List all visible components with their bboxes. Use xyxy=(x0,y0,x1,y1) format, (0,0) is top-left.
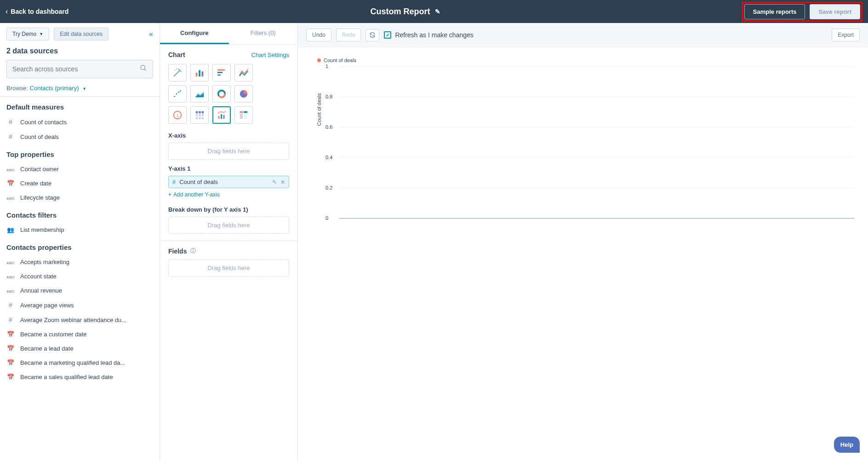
redo-button[interactable]: Redo xyxy=(336,29,361,41)
collapse-panel-icon[interactable]: « xyxy=(149,30,153,38)
field-accepts-marketing[interactable]: Accepts marketing xyxy=(0,255,160,269)
add-y-axis-label: Add another Y-axis xyxy=(173,191,220,198)
try-demo-button[interactable]: Try Demo ▼ xyxy=(6,28,49,40)
date-icon xyxy=(6,331,15,338)
field-became-mql-date[interactable]: Became a marketing qualified lead da... xyxy=(0,356,160,370)
number-icon: # xyxy=(172,179,176,185)
y-axis-title: Count of deals xyxy=(316,93,322,126)
y-tick: 0 xyxy=(326,215,328,221)
field-average-page-views[interactable]: Average page views xyxy=(0,298,160,312)
add-y-axis-link[interactable]: + Add another Y-axis xyxy=(168,191,220,198)
refresh-button[interactable] xyxy=(365,29,379,41)
svg-rect-32 xyxy=(240,111,243,113)
field-average-zoom-attendance[interactable]: Average Zoom webinar attendance du... xyxy=(0,312,160,327)
field-count-of-deals[interactable]: Count of deals xyxy=(0,129,160,144)
svg-rect-26 xyxy=(196,117,198,120)
tab-filters[interactable]: Filters (0) xyxy=(229,23,298,44)
field-label: Average Zoom webinar attendance du... xyxy=(20,317,126,323)
field-annual-revenue[interactable]: Annual revenue xyxy=(0,283,160,298)
chart-type-bar[interactable] xyxy=(190,64,209,81)
svg-rect-25 xyxy=(202,114,204,116)
chart-type-pie[interactable] xyxy=(234,85,253,103)
field-became-customer-date[interactable]: Became a customer date xyxy=(0,327,160,341)
number-icon xyxy=(6,316,15,323)
y-axis-chip-label: Count of deals xyxy=(179,179,268,185)
y-tick: 0.6 xyxy=(326,124,332,130)
x-axis-dropzone[interactable]: Drag fields here xyxy=(168,143,289,160)
info-icon[interactable]: ⓘ xyxy=(190,247,196,255)
svg-rect-8 xyxy=(217,72,223,73)
field-list-membership[interactable]: List membership xyxy=(0,223,160,237)
sample-reports-button[interactable]: Sample reports xyxy=(744,4,805,19)
field-label: Count of contacts xyxy=(20,119,67,126)
auto-refresh-label: Refresh as I make changes xyxy=(395,31,473,39)
chart-type-magic[interactable] xyxy=(168,64,187,81)
fields-dropzone[interactable]: Drag fields here xyxy=(168,259,289,277)
field-create-date[interactable]: Create date xyxy=(0,176,160,190)
report-title-wrap: Custom Report ✎ xyxy=(371,7,440,17)
report-title: Custom Report xyxy=(371,7,430,17)
chart-type-donut[interactable] xyxy=(212,85,231,103)
browse-row: Browse: Contacts (primary) ▼ xyxy=(0,83,160,97)
config-panel: Configure Filters (0) Chart Chart Settin… xyxy=(160,23,298,461)
chart-type-scatter[interactable] xyxy=(168,85,187,103)
browse-source-dropdown[interactable]: Contacts (primary) ▼ xyxy=(30,85,86,92)
chart-type-hbar[interactable] xyxy=(212,64,231,81)
field-account-state[interactable]: Account state xyxy=(0,269,160,283)
field-became-lead-date[interactable]: Became a lead date xyxy=(0,341,160,356)
breakdown-dropzone[interactable]: Drag fields here xyxy=(168,217,289,234)
save-report-button[interactable]: Save report xyxy=(810,4,860,19)
text-icon xyxy=(6,167,15,172)
tab-configure[interactable]: Configure xyxy=(160,23,229,44)
svg-line-1 xyxy=(144,69,146,70)
edit-title-icon[interactable]: ✎ xyxy=(435,8,440,15)
y-tick: 0.4 xyxy=(326,155,332,160)
search-input-wrap[interactable] xyxy=(6,60,153,78)
chart-settings-link[interactable]: Chart Settings xyxy=(251,52,289,58)
fields-label: Fields xyxy=(168,248,187,255)
y-axis-label: Y-axis 1 xyxy=(168,165,289,172)
chevron-left-icon: ‹ xyxy=(6,7,8,16)
chart-type-pivot[interactable] xyxy=(234,106,253,124)
chart-legend: Count of deals xyxy=(317,58,356,63)
field-count-of-contacts[interactable]: Count of contacts xyxy=(0,115,160,129)
field-contact-owner[interactable]: Contact owner xyxy=(0,162,160,176)
help-button[interactable]: Help xyxy=(834,437,860,453)
y-tick: 1 xyxy=(326,63,328,69)
search-icon xyxy=(140,64,147,74)
field-label: Accepts marketing xyxy=(20,259,69,265)
chart-type-line[interactable] xyxy=(234,64,253,81)
y-axis-field-chip[interactable]: # Count of deals ✎ ✕ xyxy=(168,176,289,188)
date-icon xyxy=(6,374,15,380)
undo-button[interactable]: Undo xyxy=(306,29,331,41)
search-input[interactable] xyxy=(12,65,140,73)
chart-type-kpi[interactable]: 1 xyxy=(168,106,187,124)
chart-type-area[interactable] xyxy=(190,85,209,103)
field-became-sql-date[interactable]: Became a sales qualified lead date xyxy=(0,370,160,384)
remove-field-icon[interactable]: ✕ xyxy=(280,179,285,185)
preview-toolbar: Undo Redo ✓ Refresh as I make changes Ex… xyxy=(298,23,868,47)
breakdown-label: Break down by (for Y axis 1) xyxy=(168,206,289,213)
field-label: Annual revenue xyxy=(20,287,62,294)
edit-field-icon[interactable]: ✎ xyxy=(272,179,277,185)
back-to-dashboard[interactable]: ‹ Back to dashboard xyxy=(6,7,69,16)
auto-refresh-toggle[interactable]: ✓ Refresh as I make changes xyxy=(384,31,473,39)
fields-scroll-area[interactable]: Default measures Count of contacts Count… xyxy=(0,97,160,461)
edit-data-sources-button[interactable]: Edit data sources xyxy=(54,28,108,40)
text-icon xyxy=(6,274,15,279)
svg-point-11 xyxy=(176,93,177,95)
number-icon xyxy=(6,118,15,126)
export-button[interactable]: Export xyxy=(832,29,860,41)
app-header: ‹ Back to dashboard Custom Report ✎ Samp… xyxy=(0,0,868,23)
svg-rect-27 xyxy=(199,117,201,120)
chart-type-table[interactable] xyxy=(190,106,209,124)
chart-type-combo[interactable] xyxy=(212,106,231,124)
svg-rect-34 xyxy=(240,114,243,119)
legend-label: Count of deals xyxy=(324,58,356,63)
field-label: Became a marketing qualified lead da... xyxy=(20,359,125,366)
section-contacts-properties: Contacts properties xyxy=(0,237,160,255)
field-lifecycle-stage[interactable]: Lifecycle stage xyxy=(0,190,160,205)
header-actions-highlight: Sample reports Save report xyxy=(742,2,862,22)
caret-down-icon: ▼ xyxy=(82,86,86,91)
svg-point-12 xyxy=(178,92,179,93)
